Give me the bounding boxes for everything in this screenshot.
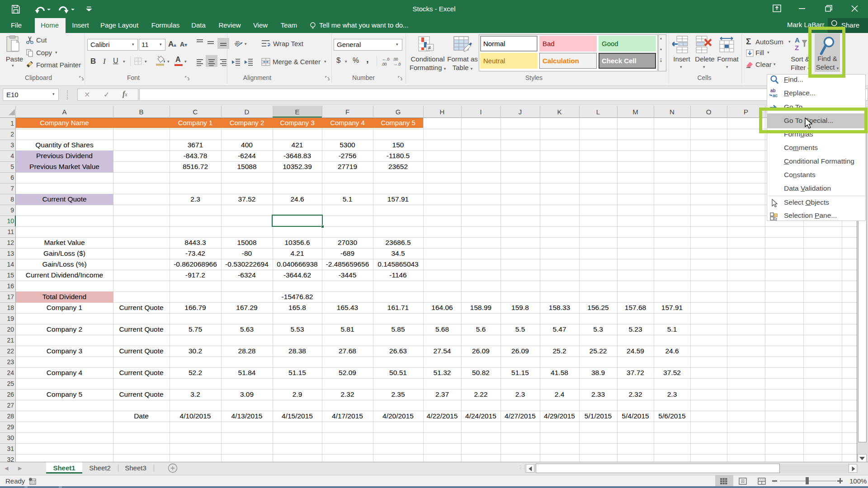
svg-text:Z: Z [795,44,799,52]
svg-text:ac: ac [773,93,778,98]
svg-text:≠: ≠ [428,44,431,51]
svg-text:A: A [795,36,800,44]
svg-text:ab: ab [234,39,241,47]
svg-text:ab: ab [770,88,776,93]
